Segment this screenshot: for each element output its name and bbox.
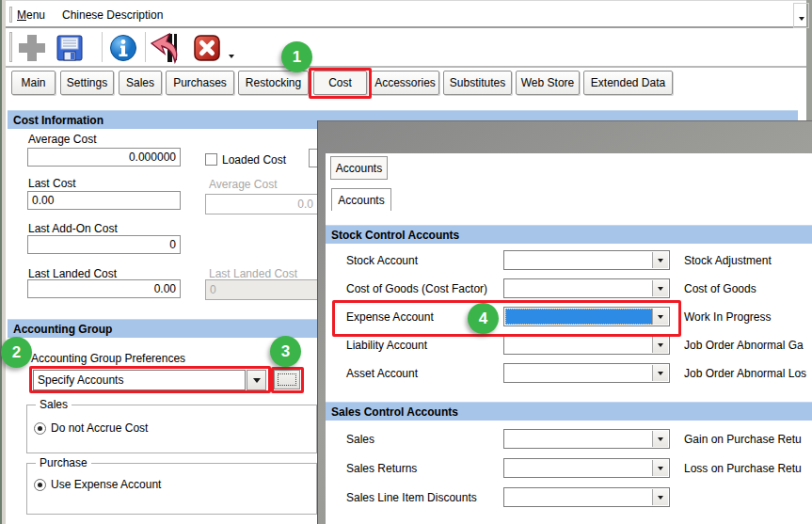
average-cost-disabled-field: 0.0: [205, 194, 318, 214]
liability-account-label: Liability Account: [346, 339, 427, 352]
dialog-tab-accounts-inner[interactable]: Accounts: [331, 188, 391, 211]
last-addon-cost-input[interactable]: [27, 235, 181, 254]
menubar-overflow-button[interactable]: [793, 3, 809, 28]
expense-account-label: Expense Account: [346, 310, 434, 324]
tab-cost[interactable]: Cost: [313, 71, 367, 95]
accounting-preferences-combobox[interactable]: Specify Accounts: [33, 370, 246, 390]
do-not-accrue-cost-label: Do not Accrue Cost: [51, 421, 148, 435]
stock-account-combobox[interactable]: [503, 250, 670, 270]
expense-account-combobox[interactable]: [503, 307, 670, 326]
sales-group-label: Sales: [36, 398, 72, 411]
window-left-border: [0, 0, 6, 524]
last-cost-input[interactable]: [27, 191, 181, 210]
app-screen: Menu Chinese Description: [0, 0, 812, 524]
menu-item-menu[interactable]: Menu: [17, 8, 45, 22]
tab-accessories[interactable]: Accessories: [371, 71, 439, 95]
last-landed-cost-disabled-label: Last Landed Cost: [209, 267, 297, 280]
toolbar-grip[interactable]: [9, 32, 12, 62]
browse-accounts-button[interactable]: [274, 370, 300, 389]
average-cost-label: Average Cost: [28, 133, 97, 146]
tab-purchases[interactable]: Purchases: [166, 71, 234, 95]
liability-account-combobox[interactable]: [503, 335, 670, 355]
last-cost-label: Last Cost: [28, 177, 76, 190]
loaded-cost-label: Loaded Cost: [222, 153, 286, 167]
do-not-accrue-cost-radio[interactable]: [34, 422, 46, 435]
tab-settings[interactable]: Settings: [60, 71, 114, 95]
last-landed-cost-label: Last Landed Cost: [28, 267, 117, 280]
chevron-down-icon[interactable]: [652, 365, 668, 381]
sales-line-item-discounts-combobox[interactable]: [503, 487, 670, 507]
menu-item-chinese-description[interactable]: Chinese Description: [62, 8, 163, 22]
stock-adjustment-label: Stock Adjustment: [684, 254, 772, 267]
tab-substitutes[interactable]: Substitutes: [443, 71, 512, 95]
average-cost-input[interactable]: [27, 148, 181, 167]
undo-button[interactable]: [150, 32, 183, 67]
stock-control-accounts-header: Stock Control Accounts: [326, 225, 812, 244]
info-icon: [109, 34, 137, 62]
last-landed-cost-input[interactable]: [27, 279, 181, 298]
sales-label: Sales: [346, 433, 374, 446]
info-button[interactable]: [109, 34, 137, 65]
tab-web-store[interactable]: Web Store: [516, 71, 580, 95]
annotation-circle-4: 4: [468, 303, 499, 334]
menu-bar: Menu Chinese Description: [6, 0, 806, 28]
toolbar-separator: [102, 32, 103, 62]
sales-returns-label: Sales Returns: [346, 462, 417, 475]
add-button[interactable]: [17, 33, 47, 66]
toolbar: [6, 28, 806, 68]
cost-of-goods-label: Cost of Goods: [684, 282, 756, 295]
add-icon: [17, 33, 47, 63]
annotation-circle-1: 1: [281, 41, 312, 72]
save-icon: [55, 33, 85, 63]
chevron-down-icon: [253, 378, 261, 383]
sales-combobox[interactable]: [503, 429, 670, 449]
close-button[interactable]: [192, 33, 222, 66]
accounting-preferences-combo-arrow[interactable]: [247, 370, 266, 390]
chevron-down-icon[interactable]: [652, 309, 668, 325]
tab-restocking[interactable]: Restocking: [238, 71, 309, 95]
annotation-circle-2: 2: [1, 337, 32, 368]
chevron-down-icon[interactable]: [652, 460, 668, 476]
job-order-abnormal-gain-label: Job Order Abnormal Ga: [684, 339, 804, 352]
chevron-down-icon: [799, 17, 804, 21]
dialog-tab-accounts-outer[interactable]: Accounts: [330, 156, 388, 180]
cost-of-goods-factor-combobox[interactable]: [503, 278, 670, 298]
cost-of-goods-factor-label: Cost of Goods (Cost Factor): [346, 282, 487, 295]
loss-on-purchase-returns-label: Loss on Purchase Retu: [684, 462, 802, 475]
close-icon: [192, 33, 222, 63]
chevron-down-icon[interactable]: [652, 431, 668, 447]
chevron-down-icon[interactable]: [652, 252, 668, 268]
undo-icon: [150, 32, 183, 64]
gain-on-purchase-returns-label: Gain on Purchase Retu: [684, 433, 802, 446]
work-in-progress-label: Work In Progress: [684, 310, 771, 324]
tab-sales[interactable]: Sales: [119, 71, 162, 95]
annotation-circle-3: 3: [270, 336, 301, 367]
asset-account-label: Asset Account: [346, 367, 418, 380]
toolbar-dropdown-icon[interactable]: [229, 55, 234, 58]
sales-returns-combobox[interactable]: [503, 458, 670, 478]
loaded-cost-checkbox[interactable]: [205, 153, 217, 166]
save-button[interactable]: [55, 33, 85, 66]
use-expense-account-radio[interactable]: [34, 479, 46, 491]
menubar-grip[interactable]: [9, 7, 12, 23]
tab-extended-data[interactable]: Extended Data: [583, 71, 673, 95]
stock-account-label: Stock Account: [346, 254, 418, 267]
tab-main[interactable]: Main: [11, 71, 56, 95]
job-order-abnormal-loss-label: Job Order Abnormal Los: [684, 367, 806, 380]
chevron-down-icon[interactable]: [652, 337, 668, 353]
accounting-group-header: Accounting Group: [8, 319, 317, 338]
toolbar-separator: [145, 32, 146, 62]
purchase-group-label: Purchase: [36, 456, 91, 469]
accounting-group-preferences-label: Accounting Group Preferences: [31, 352, 185, 365]
sales-line-item-discounts-label: Sales Line Item Discounts: [346, 491, 477, 504]
chevron-down-icon[interactable]: [652, 489, 668, 505]
expense-account-selection: [505, 309, 653, 325]
average-cost-disabled-label: Average Cost: [209, 178, 278, 191]
use-expense-account-label: Use Expense Account: [51, 478, 161, 491]
last-landed-cost-disabled-field: 0: [205, 279, 318, 300]
sales-control-accounts-header: Sales Control Accounts: [326, 402, 812, 421]
chevron-down-icon[interactable]: [652, 280, 668, 296]
last-addon-cost-label: Last Add-On Cost: [28, 222, 118, 235]
asset-account-combobox[interactable]: [503, 363, 670, 383]
